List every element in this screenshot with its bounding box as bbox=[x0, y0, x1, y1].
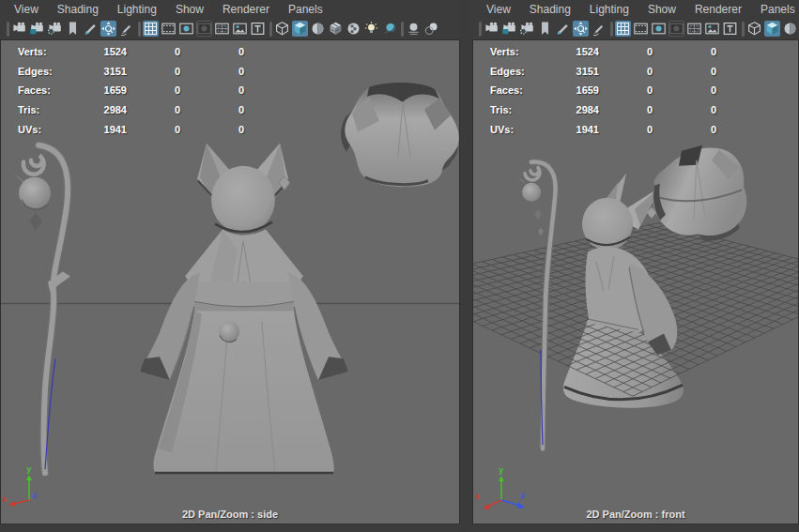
vest-model bbox=[653, 145, 746, 241]
camera-lock-icon[interactable] bbox=[501, 21, 517, 37]
viewport-front[interactable]: y x z Verts:152400Edges:315100Faces:1659… bbox=[472, 39, 799, 524]
camera-icon[interactable] bbox=[484, 21, 499, 37]
textured-cube-icon[interactable] bbox=[328, 21, 344, 37]
hud-row: Verts:152400 bbox=[490, 42, 716, 62]
menu-lighting[interactable]: Lighting bbox=[580, 1, 638, 18]
toolbar-divider bbox=[399, 22, 406, 37]
staff-model bbox=[517, 162, 556, 449]
viewport-panel-front: ViewShadingLightingShowRendererPanels bbox=[472, 0, 799, 532]
hud-row: Edges:315100 bbox=[490, 62, 716, 82]
menu-show[interactable]: Show bbox=[638, 1, 685, 18]
camera-gear-icon[interactable] bbox=[519, 21, 535, 37]
bookmark-icon[interactable] bbox=[537, 21, 553, 37]
flat-shade-icon[interactable] bbox=[310, 21, 326, 37]
hud-row: Faces:165900 bbox=[490, 81, 716, 100]
panel-toolbar bbox=[0, 18, 460, 39]
hud-row: UVs:194100 bbox=[18, 119, 244, 139]
camera-gear-icon[interactable] bbox=[47, 21, 63, 37]
camera-icon[interactable] bbox=[11, 21, 27, 37]
hud-row: Faces:165900 bbox=[18, 81, 244, 100]
resolution-gate-icon[interactable] bbox=[178, 21, 194, 37]
toolbar-divider bbox=[477, 22, 484, 37]
shadows-icon[interactable] bbox=[381, 21, 397, 37]
panel-menubar: ViewShadingLightingShowRendererPanels bbox=[0, 0, 460, 18]
svg-text:y: y bbox=[499, 465, 504, 475]
svg-text:z: z bbox=[32, 491, 37, 500]
panel-toolbar bbox=[472, 18, 799, 39]
hud-row: Tris:298400 bbox=[490, 100, 716, 120]
menu-shading[interactable]: Shading bbox=[48, 1, 108, 18]
svg-text:x: x bbox=[2, 494, 8, 504]
motion-blur-icon[interactable] bbox=[423, 21, 439, 37]
field-chart-icon[interactable] bbox=[686, 21, 702, 37]
ssao-icon[interactable] bbox=[406, 21, 422, 37]
menu-renderer[interactable]: Renderer bbox=[213, 1, 279, 18]
maya-window: ViewShadingLightingShowRendererPanels bbox=[0, 0, 799, 532]
hud-row: Tris:298400 bbox=[18, 100, 244, 120]
hud-text-icon[interactable] bbox=[722, 21, 738, 37]
menu-shading[interactable]: Shading bbox=[520, 1, 580, 18]
field-chart-icon[interactable] bbox=[214, 21, 230, 37]
staff-model bbox=[13, 145, 70, 473]
gate-mask-icon[interactable] bbox=[196, 21, 212, 37]
pencil-icon[interactable] bbox=[591, 21, 607, 37]
wireframe-on-shaded-icon[interactable] bbox=[346, 21, 361, 37]
resolution-gate-icon[interactable] bbox=[651, 21, 667, 37]
toolbar-divider bbox=[608, 22, 615, 37]
pan-zoom-status: 2D Pan/Zoom : front bbox=[473, 509, 798, 520]
svg-text:y: y bbox=[26, 464, 32, 474]
toolbar-divider bbox=[740, 22, 746, 37]
menu-panels[interactable]: Panels bbox=[279, 1, 332, 18]
poly-count-hud: Verts:152400Edges:315100Faces:165900Tris… bbox=[490, 42, 716, 139]
image-plane-icon[interactable] bbox=[704, 21, 720, 37]
character-model bbox=[140, 144, 348, 473]
pan-zoom-status: 2D Pan/Zoom : side bbox=[1, 509, 459, 520]
hud-row: Verts:152400 bbox=[18, 42, 244, 62]
paint-select-icon[interactable] bbox=[555, 21, 571, 37]
hud-row: Edges:315100 bbox=[18, 62, 244, 82]
shaded-cube-icon[interactable] bbox=[764, 21, 780, 37]
menu-view[interactable]: View bbox=[477, 1, 520, 18]
wireframe-cube-icon[interactable] bbox=[274, 21, 290, 37]
menu-panels[interactable]: Panels bbox=[751, 1, 799, 18]
svg-text:z: z bbox=[520, 491, 525, 500]
vest-model bbox=[341, 83, 459, 187]
hud-text-icon[interactable] bbox=[250, 21, 266, 37]
axis-triad: y x z bbox=[475, 465, 525, 509]
axis-triad: y x z bbox=[2, 464, 37, 507]
toolbar-divider bbox=[136, 22, 143, 37]
lights-icon[interactable] bbox=[363, 21, 379, 37]
shaded-cube-icon[interactable] bbox=[292, 21, 308, 37]
paint-select-icon[interactable] bbox=[83, 21, 99, 37]
viewport-side[interactable]: y x z Verts:152400Edges:315100Faces:1659… bbox=[0, 39, 460, 524]
flat-shade-icon[interactable] bbox=[782, 21, 798, 37]
camera-lock-icon[interactable] bbox=[29, 21, 45, 37]
menu-show[interactable]: Show bbox=[166, 1, 213, 18]
gate-mask-icon[interactable] bbox=[668, 21, 684, 37]
pan-zoom-icon[interactable] bbox=[573, 21, 589, 37]
grid-icon[interactable] bbox=[143, 21, 159, 37]
film-gate-icon[interactable] bbox=[633, 21, 649, 37]
pencil-icon[interactable] bbox=[118, 21, 134, 37]
menu-renderer[interactable]: Renderer bbox=[685, 1, 751, 18]
menu-view[interactable]: View bbox=[5, 1, 48, 18]
wireframe-cube-icon[interactable] bbox=[746, 21, 762, 37]
svg-text:x: x bbox=[475, 492, 481, 501]
bookmark-icon[interactable] bbox=[65, 21, 81, 37]
image-plane-icon[interactable] bbox=[232, 21, 248, 37]
grid-icon[interactable] bbox=[615, 21, 631, 37]
menu-lighting[interactable]: Lighting bbox=[108, 1, 166, 18]
pan-zoom-icon[interactable] bbox=[100, 21, 116, 37]
viewport-panel-side: ViewShadingLightingShowRendererPanels bbox=[0, 0, 460, 532]
panel-menubar: ViewShadingLightingShowRendererPanels bbox=[472, 0, 799, 18]
poly-count-hud: Verts:152400Edges:315100Faces:165900Tris… bbox=[18, 42, 244, 139]
hud-row: UVs:194100 bbox=[490, 119, 716, 139]
film-gate-icon[interactable] bbox=[161, 21, 177, 37]
toolbar-divider bbox=[5, 22, 11, 37]
toolbar-divider bbox=[268, 22, 274, 37]
